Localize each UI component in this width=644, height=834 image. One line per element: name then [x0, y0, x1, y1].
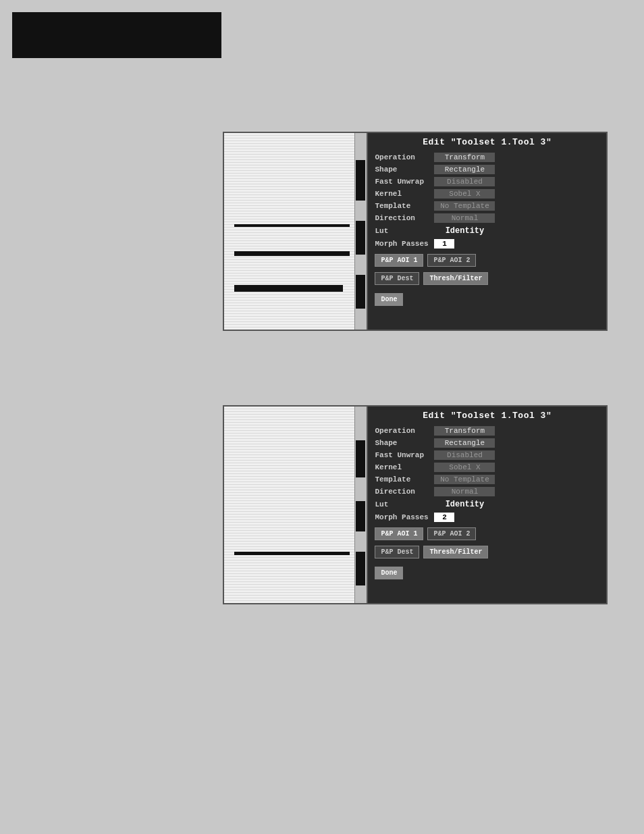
- field-label-morph-2: Morph Passes: [375, 513, 434, 521]
- field-label-fastunwrap-1: Fast Unwrap: [375, 178, 434, 186]
- preview-line-bottom-2: [234, 552, 350, 555]
- preview-stripes-1: [224, 133, 354, 330]
- field-value-morph-1[interactable]: 1: [434, 239, 454, 249]
- btn-row-1b: P&P Dest Thresh/Filter: [375, 272, 599, 285]
- scroll-thumb-2[interactable]: [356, 221, 365, 255]
- field-value-operation-2[interactable]: Transform: [434, 426, 495, 436]
- field-row-morph-2: Morph Passes 2: [375, 513, 599, 522]
- field-row-operation-1: Operation Transform: [375, 153, 599, 162]
- field-value-fastunwrap-2[interactable]: Disabled: [434, 450, 495, 460]
- preview-stripes-2: [224, 407, 354, 603]
- btn-pap-dest-1[interactable]: P&P Dest: [375, 272, 419, 285]
- field-label-shape-1: Shape: [375, 165, 434, 174]
- btn-pap-dest-2[interactable]: P&P Dest: [375, 546, 419, 558]
- field-value-fastunwrap-1[interactable]: Disabled: [434, 177, 495, 186]
- btn-done-1[interactable]: Done: [375, 293, 403, 306]
- preview-line-bottom-1: [234, 285, 343, 292]
- preview-pane-2: [224, 407, 368, 603]
- field-label-shape-2: Shape: [375, 439, 434, 447]
- field-row-operation-2: Operation Transform: [375, 426, 599, 436]
- field-value-direction-2[interactable]: Normal: [434, 487, 495, 496]
- field-row-lut-1: Lut Identity: [375, 226, 599, 236]
- field-label-morph-1: Morph Passes: [375, 240, 434, 248]
- btn-pap-aoi1-1[interactable]: P&P AOI 1: [375, 254, 423, 267]
- top-banner: [12, 12, 221, 58]
- field-row-shape-1: Shape Rectangle: [375, 165, 599, 174]
- preview-pane-1: [224, 133, 368, 330]
- field-label-fastunwrap-2: Fast Unwrap: [375, 451, 434, 459]
- btn-pap-aoi2-2[interactable]: P&P AOI 2: [427, 527, 476, 540]
- field-row-template-2: Template No Template: [375, 475, 599, 484]
- scroll-track-2[interactable]: [354, 407, 367, 603]
- field-row-fastunwrap-2: Fast Unwrap Disabled: [375, 450, 599, 460]
- scroll-track-1[interactable]: [354, 133, 367, 330]
- edit-pane-2: Edit "Toolset 1.Tool 3" Operation Transf…: [368, 407, 606, 603]
- field-value-kernel-2[interactable]: Sobel X: [434, 463, 495, 472]
- field-value-shape-1[interactable]: Rectangle: [434, 165, 495, 174]
- scroll-thumb-2c[interactable]: [356, 552, 365, 585]
- btn-thresh-filter-1[interactable]: Thresh/Filter: [423, 272, 488, 285]
- done-row-1: Done: [375, 289, 599, 306]
- field-row-direction-1: Direction Normal: [375, 213, 599, 223]
- field-label-direction-2: Direction: [375, 488, 434, 496]
- field-value-shape-2[interactable]: Rectangle: [434, 438, 495, 448]
- btn-pap-aoi1-2[interactable]: P&P AOI 1: [375, 527, 423, 540]
- field-row-fastunwrap-1: Fast Unwrap Disabled: [375, 177, 599, 186]
- btn-row-1a: P&P AOI 1 P&P AOI 2: [375, 254, 599, 267]
- field-row-direction-2: Direction Normal: [375, 487, 599, 496]
- field-value-kernel-1[interactable]: Sobel X: [434, 189, 495, 199]
- edit-pane-1: Edit "Toolset 1.Tool 3" Operation Transf…: [368, 133, 606, 330]
- field-row-kernel-1: Kernel Sobel X: [375, 189, 599, 199]
- panel-1: Edit "Toolset 1.Tool 3" Operation Transf…: [223, 132, 608, 331]
- edit-title-2: Edit "Toolset 1.Tool 3": [375, 411, 599, 421]
- btn-row-2a: P&P AOI 1 P&P AOI 2: [375, 527, 599, 540]
- field-label-operation-1: Operation: [375, 153, 434, 161]
- field-label-lut-1: Lut: [375, 227, 434, 235]
- field-label-direction-1: Direction: [375, 214, 434, 222]
- field-value-morph-2[interactable]: 2: [434, 513, 454, 522]
- done-row-2: Done: [375, 563, 599, 579]
- field-row-kernel-2: Kernel Sobel X: [375, 463, 599, 472]
- scroll-thumb-3[interactable]: [356, 275, 365, 309]
- field-label-operation-2: Operation: [375, 427, 434, 435]
- btn-row-2b: P&P Dest Thresh/Filter: [375, 546, 599, 558]
- field-value-template-2[interactable]: No Template: [434, 475, 495, 484]
- field-value-direction-1[interactable]: Normal: [434, 213, 495, 223]
- preview-line-lower-1: [234, 251, 350, 256]
- edit-title-1: Edit "Toolset 1.Tool 3": [375, 137, 599, 147]
- field-label-lut-2: Lut: [375, 500, 434, 509]
- field-value-lut-1[interactable]: Identity: [434, 226, 495, 236]
- btn-pap-aoi2-1[interactable]: P&P AOI 2: [427, 254, 476, 267]
- scroll-thumb-1[interactable]: [356, 160, 365, 201]
- field-row-shape-2: Shape Rectangle: [375, 438, 599, 448]
- field-label-kernel-2: Kernel: [375, 463, 434, 471]
- panel-2: Edit "Toolset 1.Tool 3" Operation Transf…: [223, 405, 608, 604]
- preview-line-mid-1: [234, 224, 350, 227]
- btn-done-2[interactable]: Done: [375, 567, 403, 579]
- field-row-morph-1: Morph Passes 1: [375, 239, 599, 249]
- field-row-template-1: Template No Template: [375, 201, 599, 211]
- field-row-lut-2: Lut Identity: [375, 499, 599, 510]
- scroll-thumb-2b[interactable]: [356, 501, 365, 531]
- field-value-operation-1[interactable]: Transform: [434, 153, 495, 162]
- field-label-kernel-1: Kernel: [375, 190, 434, 198]
- field-value-template-1[interactable]: No Template: [434, 201, 495, 211]
- field-label-template-2: Template: [375, 475, 434, 484]
- field-value-lut-2[interactable]: Identity: [434, 499, 495, 510]
- scroll-thumb-2a[interactable]: [356, 440, 365, 477]
- field-label-template-1: Template: [375, 202, 434, 210]
- btn-thresh-filter-2[interactable]: Thresh/Filter: [423, 546, 488, 558]
